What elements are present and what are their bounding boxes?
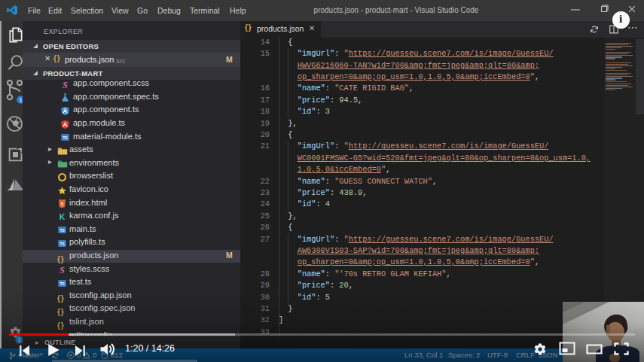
svg-text:K: K xyxy=(60,212,66,221)
svg-text:S: S xyxy=(60,265,65,275)
svg-text:TS: TS xyxy=(60,242,65,246)
svg-text:TS: TS xyxy=(60,281,65,285)
svg-text:1: 1 xyxy=(19,96,22,103)
svg-text:TS: TS xyxy=(63,135,68,140)
svg-text:S: S xyxy=(63,80,68,90)
svg-text:TS: TS xyxy=(60,228,65,233)
